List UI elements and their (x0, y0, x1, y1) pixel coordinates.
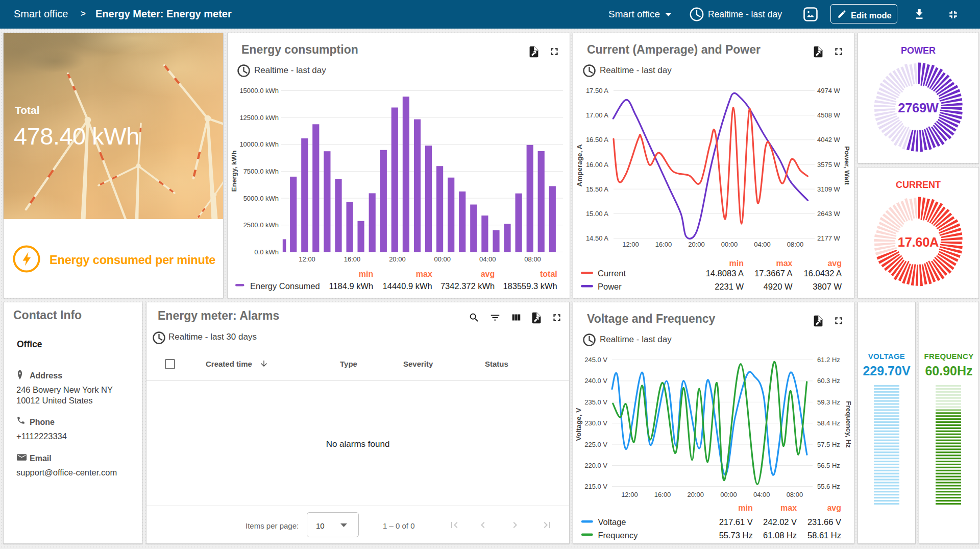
svg-text:55.6 Hz: 55.6 Hz (817, 483, 840, 490)
svg-text:max: max (416, 270, 432, 278)
svg-text:242.02 V: 242.02 V (763, 517, 797, 527)
svg-text:00:00: 00:00 (721, 241, 738, 248)
svg-text:15.00 A: 15.00 A (586, 210, 608, 218)
svg-text:08:00: 08:00 (787, 241, 804, 248)
svg-text:avg: avg (827, 259, 842, 268)
svg-text:15000.0 kWh: 15000.0 kWh (239, 87, 279, 94)
svg-text:58.61 Hz: 58.61 Hz (807, 531, 841, 540)
svg-text:20:00: 20:00 (389, 255, 406, 263)
svg-text:avg: avg (481, 270, 495, 278)
svg-text:Voltage: Voltage (598, 517, 626, 527)
svg-text:56.5 Hz: 56.5 Hz (817, 462, 840, 469)
svg-text:Amperage, A: Amperage, A (576, 144, 583, 186)
svg-text:0.0 kWh: 0.0 kWh (254, 248, 279, 256)
svg-text:12:00: 12:00 (622, 241, 639, 248)
svg-text:61.08 Hz: 61.08 Hz (763, 531, 797, 540)
svg-text:16.0432 A: 16.0432 A (804, 269, 842, 278)
svg-text:245.0 V: 245.0 V (584, 356, 607, 364)
svg-text:avg: avg (827, 504, 841, 512)
svg-text:Current: Current (598, 269, 626, 278)
svg-text:7342.372 kWh: 7342.372 kWh (440, 281, 495, 291)
svg-text:08:00: 08:00 (787, 491, 803, 498)
svg-text:16:00: 16:00 (655, 241, 672, 248)
svg-text:12:00: 12:00 (299, 255, 315, 263)
svg-text:55.73 Hz: 55.73 Hz (719, 531, 753, 540)
svg-text:20:00: 20:00 (688, 491, 704, 498)
svg-text:61.2 Hz: 61.2 Hz (817, 356, 840, 364)
svg-text:16:00: 16:00 (344, 255, 361, 263)
svg-text:Power, Watt: Power, Watt (843, 146, 851, 185)
svg-text:Energy, kWh: Energy, kWh (230, 151, 238, 192)
svg-text:57.5 Hz: 57.5 Hz (817, 441, 840, 448)
svg-text:5000.0 kWh: 5000.0 kWh (243, 195, 279, 202)
svg-text:7500.0 kWh: 7500.0 kWh (243, 168, 279, 175)
svg-text:3575 W: 3575 W (817, 161, 841, 169)
svg-text:231.66 V: 231.66 V (807, 517, 841, 527)
svg-text:230.0 V: 230.0 V (584, 419, 607, 427)
svg-text:235.0 V: 235.0 V (584, 398, 607, 406)
svg-text:2177 W: 2177 W (817, 234, 841, 242)
svg-text:max: max (776, 259, 792, 268)
svg-text:Power: Power (598, 282, 622, 291)
svg-text:4042 W: 4042 W (817, 136, 841, 144)
svg-text:16:00: 16:00 (654, 491, 671, 498)
svg-text:00:00: 00:00 (434, 255, 451, 263)
svg-text:225.0 V: 225.0 V (584, 441, 607, 448)
svg-text:3807 W: 3807 W (813, 282, 842, 291)
svg-text:183559.3 kWh: 183559.3 kWh (503, 281, 557, 291)
svg-text:17.50 A: 17.50 A (586, 87, 608, 94)
svg-text:Frequency, Hz: Frequency, Hz (845, 401, 852, 448)
svg-text:00:00: 00:00 (720, 491, 737, 498)
svg-text:58.4 Hz: 58.4 Hz (817, 419, 840, 427)
svg-text:4974 W: 4974 W (817, 87, 841, 94)
svg-text:12500.0 kWh: 12500.0 kWh (239, 114, 279, 122)
svg-text:14.50 A: 14.50 A (586, 234, 608, 242)
svg-text:min: min (729, 259, 744, 268)
svg-text:15.50 A: 15.50 A (586, 185, 608, 193)
svg-text:14440.9 kWh: 14440.9 kWh (383, 281, 432, 291)
svg-text:Energy Consumed: Energy Consumed (250, 281, 320, 291)
svg-text:04:00: 04:00 (479, 255, 496, 263)
svg-text:14.8083 A: 14.8083 A (706, 269, 744, 278)
svg-text:2231 W: 2231 W (715, 282, 744, 291)
svg-text:4920 W: 4920 W (764, 282, 793, 291)
svg-text:04:00: 04:00 (753, 491, 770, 498)
svg-text:1184.9 kWh: 1184.9 kWh (329, 281, 373, 291)
svg-text:3109 W: 3109 W (817, 185, 841, 193)
svg-text:min: min (359, 270, 373, 278)
svg-text:10000.0 kWh: 10000.0 kWh (239, 140, 279, 148)
svg-text:04:00: 04:00 (754, 241, 771, 248)
svg-text:2500.0 kWh: 2500.0 kWh (243, 221, 279, 229)
svg-text:240.0 V: 240.0 V (584, 377, 607, 385)
svg-text:217.61 V: 217.61 V (719, 517, 753, 527)
svg-text:59.3 Hz: 59.3 Hz (817, 398, 840, 406)
svg-text:12:00: 12:00 (621, 491, 638, 498)
svg-text:60.3 Hz: 60.3 Hz (817, 377, 840, 385)
svg-text:17.3667 A: 17.3667 A (754, 269, 792, 278)
svg-text:16.00 A: 16.00 A (586, 161, 608, 169)
svg-text:220.0 V: 220.0 V (584, 462, 607, 469)
svg-text:215.0 V: 215.0 V (584, 483, 607, 490)
svg-text:total: total (540, 270, 557, 278)
svg-text:17.00 A: 17.00 A (586, 111, 608, 119)
svg-text:Frequency: Frequency (598, 531, 639, 540)
svg-text:2643 W: 2643 W (817, 210, 841, 218)
svg-text:20:00: 20:00 (688, 241, 705, 248)
svg-text:max: max (780, 504, 797, 512)
svg-text:08:00: 08:00 (524, 255, 541, 263)
svg-text:4508 W: 4508 W (817, 111, 841, 119)
svg-text:Voltage, V: Voltage, V (575, 408, 582, 441)
svg-text:min: min (738, 504, 752, 512)
svg-text:16.50 A: 16.50 A (586, 136, 608, 144)
